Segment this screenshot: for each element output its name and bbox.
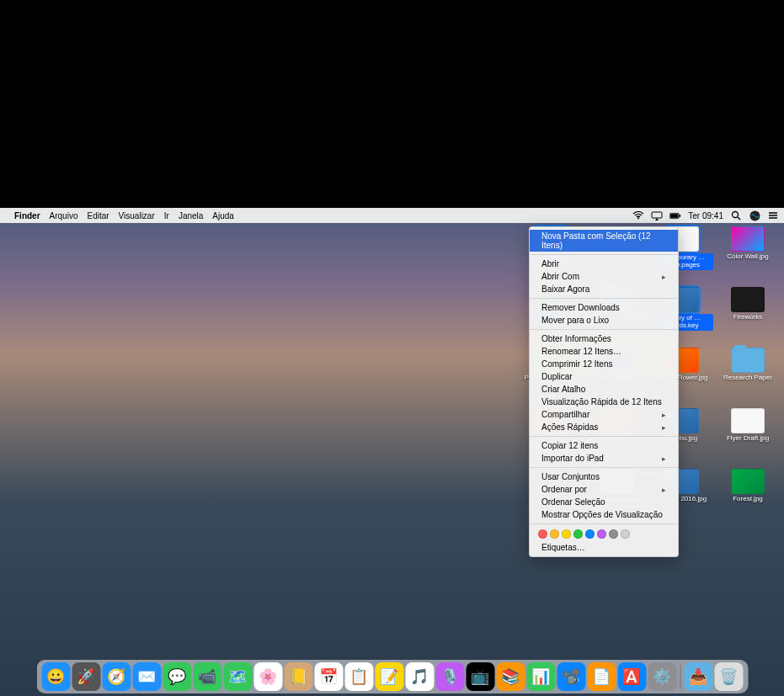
desktop-icon[interactable]: Fireworks: [715, 287, 781, 348]
menubar-app-name[interactable]: Finder: [14, 211, 40, 220]
context-menu-item[interactable]: Ações Rápidas: [530, 421, 678, 433]
dock-item-numbers[interactable]: 📊: [526, 662, 555, 691]
spotlight-icon[interactable]: [730, 210, 742, 221]
menubar-clock[interactable]: Ter 09:41: [688, 211, 723, 220]
battery-icon[interactable]: [669, 210, 681, 221]
notification-center-icon[interactable]: [767, 210, 779, 221]
dock-item-preferences[interactable]: ⚙️: [648, 662, 676, 691]
desktop[interactable]: Finder Arquivo Editar Visualizar Ir Jane…: [0, 208, 784, 696]
tag-color-dot[interactable]: [609, 529, 618, 539]
desktop-icon-label: Color Wall.jpg: [727, 253, 769, 261]
menubar-item-ir[interactable]: Ir: [164, 211, 169, 220]
desktop-icon-label: Forest.jpg: [733, 496, 763, 503]
desktop-icon-thumbnail: [731, 408, 765, 433]
dock-item-reminders[interactable]: 📋: [344, 662, 373, 691]
desktop-icon-thumbnail: [731, 226, 765, 252]
dock-item-tv[interactable]: 📺: [466, 662, 494, 691]
desktop-icon-label: Research Paper: [723, 375, 772, 382]
desktop-icon[interactable]: Color Wall.jpg: [715, 226, 781, 287]
siri-icon[interactable]: [749, 210, 760, 221]
context-menu-item[interactable]: Abrir: [530, 258, 678, 270]
context-menu-item[interactable]: Importar do iPad: [530, 452, 678, 465]
dock-item-mail[interactable]: ✉️: [132, 662, 161, 691]
context-menu-item[interactable]: Obter Informações: [530, 332, 678, 345]
context-menu-separator: [530, 467, 678, 468]
context-menu-item[interactable]: Mostrar Opções de Visualização: [530, 508, 678, 521]
menubar-item-editar[interactable]: Editar: [87, 211, 109, 220]
desktop-icon[interactable]: Forest.jpg: [715, 469, 781, 529]
menubar-item-ajuda[interactable]: Ajuda: [212, 211, 234, 220]
context-menu-item[interactable]: Ordenar por: [530, 483, 678, 496]
airplay-icon[interactable]: [651, 210, 663, 221]
tag-color-dot[interactable]: [585, 529, 595, 539]
dock-item-photos[interactable]: 🌸: [253, 662, 282, 691]
context-menu-item[interactable]: Compartilhar: [530, 408, 678, 421]
wifi-icon[interactable]: [632, 210, 644, 221]
dock-item-podcasts[interactable]: 🎙️: [435, 662, 464, 691]
dock-item-contacts[interactable]: 📒: [284, 662, 312, 691]
desktop-icon[interactable]: Research Paper: [715, 348, 781, 408]
context-menu-item-etiquetas[interactable]: Etiquetas…: [530, 541, 678, 554]
dock-item-finder[interactable]: 😀: [41, 662, 70, 691]
desktop-icon-thumbnail: [731, 469, 765, 494]
menubar: Finder Arquivo Editar Visualizar Ir Jane…: [0, 208, 784, 223]
tag-color-dot[interactable]: [562, 529, 571, 539]
context-menu-item[interactable]: Visualização Rápida de 12 Itens: [530, 396, 678, 408]
context-menu: Nova Pasta com Seleção (12 Itens) AbrirA…: [529, 226, 679, 557]
callout-line-1: [149, 171, 151, 209]
context-menu-item[interactable]: Abrir Com: [530, 270, 678, 283]
tag-color-dot[interactable]: [621, 529, 630, 539]
context-menu-separator: [530, 254, 678, 255]
context-menu-item[interactable]: Copiar 12 itens: [530, 439, 678, 452]
svg-rect-4: [680, 214, 681, 216]
dock-item-calendar[interactable]: 📅: [314, 662, 343, 691]
dock-item-books[interactable]: 📚: [496, 662, 525, 691]
menubar-left: Finder Arquivo Editar Visualizar Ir Jane…: [5, 211, 234, 220]
svg-rect-3: [670, 214, 678, 218]
callout-line-2: [668, 99, 669, 209]
context-menu-tags-row: [530, 527, 678, 541]
context-menu-item[interactable]: Renomear 12 Itens…: [530, 345, 678, 358]
desktop-icon-label: Fireworks: [733, 314, 763, 321]
context-menu-item[interactable]: Remover Downloads: [530, 301, 678, 314]
desktop-icon[interactable]: Flyer Draft.jpg: [715, 408, 781, 469]
menubar-item-janela[interactable]: Janela: [179, 211, 203, 220]
dock-item-facetime[interactable]: 📹: [193, 662, 221, 691]
menubar-item-arquivo[interactable]: Arquivo: [50, 211, 78, 220]
dock-item-appstore[interactable]: 🅰️: [617, 662, 646, 691]
context-menu-item-new-folder-with-selection[interactable]: Nova Pasta com Seleção (12 Itens): [530, 230, 678, 252]
dock-item-notes[interactable]: 📝: [375, 662, 403, 691]
context-menu-separator: [530, 523, 678, 524]
tag-color-dot[interactable]: [573, 529, 583, 539]
dock-item-pages[interactable]: 📄: [587, 662, 616, 691]
desktop-icon-thumbnail: [731, 348, 765, 373]
dock-item-launchpad[interactable]: 🚀: [72, 662, 100, 691]
context-menu-item[interactable]: Mover para o Lixo: [530, 314, 678, 327]
context-menu-item[interactable]: Baixar Agora: [530, 283, 678, 295]
context-menu-separator: [530, 329, 678, 330]
dock: 😀🚀🧭✉️💬📹🗺️🌸📒📅📋📝🎵🎙️📺📚📊📽️📄🅰️⚙️📥🗑️: [36, 660, 748, 693]
context-menu-item[interactable]: Ordenar Seleção: [530, 496, 678, 508]
menubar-right: Ter 09:41: [632, 210, 779, 221]
tag-color-dot[interactable]: [538, 529, 547, 539]
svg-point-0: [637, 218, 639, 220]
context-menu-item[interactable]: Comprimir 12 Itens: [530, 358, 678, 370]
tag-color-dot[interactable]: [597, 529, 606, 539]
dock-item-safari[interactable]: 🧭: [102, 662, 131, 691]
dock-item-keynote[interactable]: 📽️: [557, 662, 585, 691]
desktop-icon-thumbnail: [731, 287, 765, 312]
dock-item-trash[interactable]: 🗑️: [714, 662, 743, 691]
dock-item-downloads[interactable]: 📥: [684, 662, 712, 691]
context-menu-separator: [530, 436, 678, 437]
dock-separator: [680, 665, 680, 688]
context-menu-item[interactable]: Usar Conjuntos: [530, 470, 678, 483]
context-menu-item[interactable]: Criar Atalho: [530, 383, 678, 396]
desktop-icon-label: Flyer Draft.jpg: [727, 435, 769, 443]
svg-rect-1: [652, 212, 662, 218]
dock-item-music[interactable]: 🎵: [405, 662, 434, 691]
tag-color-dot[interactable]: [550, 529, 559, 539]
dock-item-messages[interactable]: 💬: [163, 662, 191, 691]
menubar-item-visualizar[interactable]: Visualizar: [119, 211, 155, 220]
context-menu-item[interactable]: Duplicar: [530, 370, 678, 383]
dock-item-maps[interactable]: 🗺️: [223, 662, 252, 691]
